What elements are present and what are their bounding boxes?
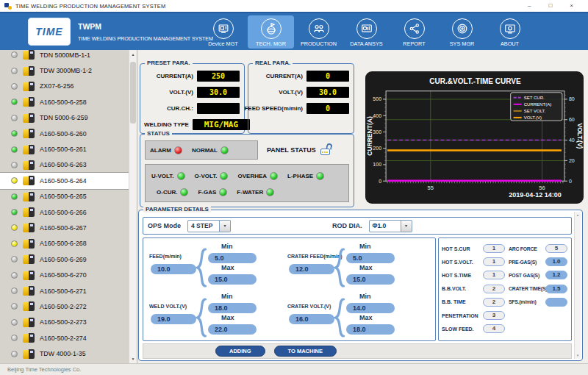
close-button[interactable]: × xyxy=(570,1,573,11)
scrollbar-thumb[interactable] xyxy=(130,62,136,124)
range-param-min[interactable]: 18.0 xyxy=(208,303,257,313)
status-title: STATUS xyxy=(145,130,172,137)
device-item[interactable]: A160-500-6-266 xyxy=(0,204,129,220)
range-param-group: CRATER VOLT.(V)16.0Min14.0Max18.0 xyxy=(287,294,424,340)
titlebar: TIME WELDING PRODUCTION MANAGEMENT SYSTE… xyxy=(0,0,588,12)
max-label: Max xyxy=(359,314,373,321)
chevron-down-icon[interactable]: ▾ xyxy=(401,220,412,232)
device-item[interactable]: A160-500-6-263 xyxy=(0,157,129,173)
nav-about[interactable]: ABOUT xyxy=(487,15,533,49)
range-param-min[interactable]: 5.0 xyxy=(346,253,395,263)
adding-button[interactable]: ADDING xyxy=(215,346,265,357)
device-item[interactable]: A160-500-6-258 xyxy=(0,94,129,110)
range-param-min[interactable]: 14.0 xyxy=(346,303,395,313)
welder-machine-icon xyxy=(23,223,35,232)
range-param-value[interactable]: 16.0 xyxy=(289,314,334,324)
device-item[interactable]: TDW 3000MB-1-2 xyxy=(0,63,129,78)
device-item[interactable]: ZX07-6-256 xyxy=(0,79,129,94)
details-scrollbar[interactable]: ▲ ▼ xyxy=(574,212,581,359)
list-param-label: SLOW FEED. xyxy=(442,326,483,332)
nav-device-mgt[interactable]: Device MGT xyxy=(200,15,246,49)
app-header: TIME TWPM TIME WELDING PRODUCTION MANAGE… xyxy=(0,12,588,50)
range-param-max[interactable]: 15.0 xyxy=(208,274,257,285)
range-param-label: WELD VOLT.(V) xyxy=(149,304,187,309)
list-param-value[interactable]: 1.5 xyxy=(545,285,567,293)
list-param-value[interactable] xyxy=(545,298,567,307)
app-icon xyxy=(4,2,12,10)
device-item[interactable]: A160-500-6-265 xyxy=(0,189,129,204)
device-status-led xyxy=(11,146,18,153)
device-item[interactable]: A160-500-6-271 xyxy=(0,283,129,299)
scroll-up-icon[interactable]: ▲ xyxy=(129,52,137,57)
list-param-row: B.B. TIME2SFS.(m/min) xyxy=(442,296,571,309)
list-param-value[interactable]: 2 xyxy=(483,298,505,307)
nav-data-ansys[interactable]: DATA ANSYS xyxy=(343,15,390,49)
device-name: A160-500-6-268 xyxy=(40,240,87,247)
scroll-up-icon[interactable]: ▲ xyxy=(575,213,581,217)
device-item[interactable]: TDN 5000-6-259 xyxy=(0,110,129,126)
list-param-value[interactable]: 1 xyxy=(483,271,505,279)
nav-sys-mgr[interactable]: SYS MGR xyxy=(439,15,485,49)
range-param-label: CRATER VOLT.(V) xyxy=(287,304,331,309)
range-param-max[interactable]: 15.0 xyxy=(346,274,395,285)
rod-dia-select[interactable]: Φ1.0 ▾ xyxy=(369,220,412,232)
maximize-button[interactable]: □ xyxy=(548,1,552,11)
to-machine-button[interactable]: TO MACHINE xyxy=(274,346,337,357)
nav-production[interactable]: PRODUCTION xyxy=(295,15,342,49)
nav-report[interactable]: REPORT xyxy=(391,15,437,49)
sidebar-scrollbar[interactable]: ▲ ▼ xyxy=(129,50,137,363)
ops-mode-select[interactable]: 4 STEP ▾ xyxy=(187,220,231,232)
list-param-value[interactable]: 1 xyxy=(483,244,505,253)
about-icon xyxy=(500,18,520,39)
range-param-value[interactable]: 12.0 xyxy=(289,264,334,274)
range-param-value[interactable]: 19.0 xyxy=(151,314,196,324)
list-param-value[interactable]: 1.0 xyxy=(545,257,567,266)
param-value-display: 0 xyxy=(306,71,349,82)
device-item[interactable]: A160-500-6-270 xyxy=(0,267,129,282)
status-indicator: F-WATER xyxy=(237,188,274,196)
device-item[interactable]: A160-500-2-272 xyxy=(0,299,129,314)
device-item[interactable]: TDW 4000-1-35 xyxy=(0,346,129,361)
range-params-box: FEED(m/min)10.0Min5.0Max15.0CRATER FEED(… xyxy=(143,238,436,341)
report-icon xyxy=(404,18,425,39)
list-param-value[interactable]: 4 xyxy=(483,324,505,333)
list-param-value[interactable]: 3 xyxy=(483,311,505,320)
list-param-value[interactable]: 1.2 xyxy=(545,271,567,279)
device-name: A160-500-6-264 xyxy=(40,177,87,185)
unlock-icon xyxy=(320,143,333,156)
range-param-max[interactable]: 18.0 xyxy=(346,324,395,335)
list-param-value[interactable]: 5 xyxy=(545,244,567,253)
device-status-led xyxy=(11,319,18,326)
indicator-label: F-WATER xyxy=(237,189,263,196)
device-item[interactable]: A160-500-6-267 xyxy=(0,220,129,235)
minimize-button[interactable]: – xyxy=(528,1,531,11)
range-param-min[interactable]: 5.0 xyxy=(208,253,257,263)
welder-machine-icon xyxy=(23,239,35,249)
scroll-down-icon[interactable]: ▼ xyxy=(129,357,137,361)
range-param-max[interactable]: 22.0 xyxy=(208,324,257,335)
device-item[interactable]: A160-500-6-269 xyxy=(0,251,129,267)
list-param-label: PENETRATION xyxy=(442,313,483,318)
device-item[interactable]: A160-500-2-274 xyxy=(0,330,129,346)
status-panel: STATUS ALARMNORMAL PANEL STATUS U-VOLT.O… xyxy=(140,134,354,207)
status-indicator: O-VOLT. xyxy=(195,172,229,180)
app-name: TIME WELDING PRODUCTION MANAGEMENT SYSTE… xyxy=(78,35,213,42)
preset-para-title: PRESET PARA. xyxy=(145,60,193,66)
device-item[interactable]: A160-500-6-260 xyxy=(0,126,129,141)
device-item[interactable]: TDN 5000MB-1-1 xyxy=(0,50,129,63)
device-item[interactable]: A160-500-6-264 xyxy=(0,173,129,188)
device-status-led xyxy=(11,240,18,247)
min-label: Min xyxy=(359,293,371,300)
device-item[interactable]: A160-500-6-261 xyxy=(0,141,129,157)
nav-tech-mgr[interactable]: TECH. MGR xyxy=(248,15,294,49)
list-param-value[interactable]: 2 xyxy=(483,285,505,293)
range-param-value[interactable]: 10.0 xyxy=(151,264,196,274)
scroll-down-icon[interactable]: ▼ xyxy=(575,354,581,357)
svg-text:SET VOLT.: SET VOLT. xyxy=(524,109,546,113)
device-item[interactable]: A160-500-2-273 xyxy=(0,315,129,330)
details-button-strip: ADDINGTO MACHINE xyxy=(143,343,572,359)
chevron-down-icon[interactable]: ▾ xyxy=(220,220,231,232)
welder-machine-icon xyxy=(23,301,35,311)
list-param-value[interactable]: 1 xyxy=(483,257,505,266)
device-item[interactable]: A160-500-6-268 xyxy=(0,236,129,251)
